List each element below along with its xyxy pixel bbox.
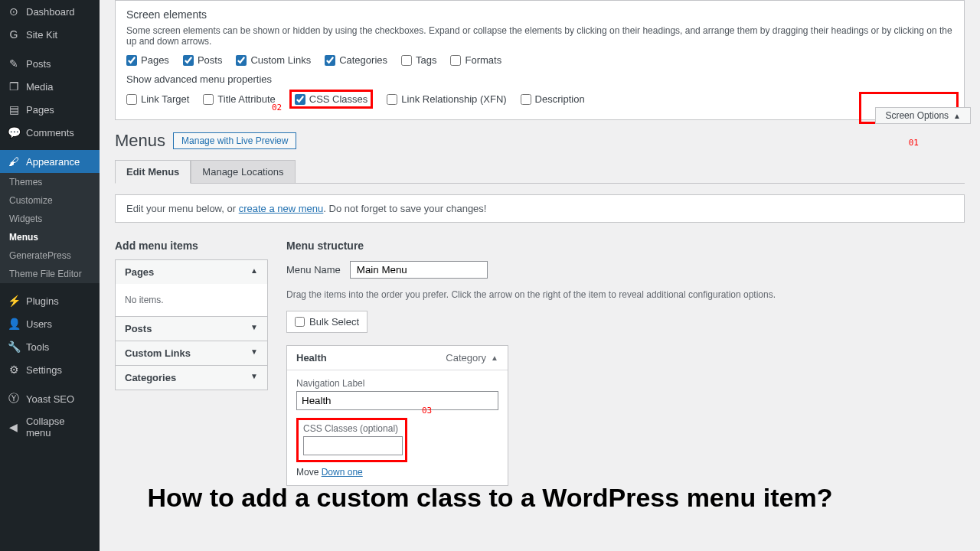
screen-options-label: Screen Options — [885, 110, 949, 121]
sidebar-label: Settings — [26, 364, 62, 376]
sidebar-item-collapse[interactable]: ◀Collapse menu — [0, 410, 100, 444]
tutorial-headline: How to add a custom class to a WordPress… — [0, 483, 980, 513]
tab-manage-locations[interactable]: Manage Locations — [191, 160, 295, 183]
notice-text: . Do not forget to save your changes! — [323, 203, 486, 214]
sidebar-label: Collapse menu — [26, 416, 92, 439]
css-classes-input[interactable] — [303, 436, 403, 455]
tools-icon: 🔧 — [8, 341, 20, 353]
caret-up-icon: ▲ — [250, 266, 258, 278]
chk-label: Link Target — [141, 93, 189, 105]
chk-linkrel[interactable]: Link Relationship (XFN) — [387, 93, 506, 105]
chk-linkrel-input[interactable] — [387, 94, 397, 105]
accordion-categories[interactable]: Categories▼ — [116, 365, 267, 390]
screen-elements-title: Screen elements — [126, 8, 953, 21]
menu-name-input[interactable] — [350, 261, 488, 279]
chk-cssclasses[interactable]: CSS Classes — [295, 93, 368, 105]
chk-customlinks[interactable]: Custom Links — [236, 54, 311, 66]
accordion-label: Posts — [125, 323, 152, 334]
annotation-01: 01 — [909, 138, 919, 148]
nav-label-input[interactable] — [296, 391, 498, 410]
accordion-customlinks[interactable]: Custom Links▼ — [116, 341, 267, 365]
accordion-pages[interactable]: Pages▲ — [116, 260, 267, 284]
sidebar-label: Tools — [26, 341, 49, 353]
caret-up-icon: ▲ — [953, 112, 961, 120]
menu-item-type: Category▲ — [446, 352, 498, 364]
move-label: Move — [296, 467, 318, 478]
sidebar-sub-customize[interactable]: Customize — [0, 191, 100, 210]
chk-tags[interactable]: Tags — [401, 54, 436, 66]
chk-label: Posts — [198, 54, 223, 66]
sidebar-item-appearance[interactable]: 🖌Appearance — [0, 150, 100, 173]
chk-categories[interactable]: Categories — [325, 54, 387, 66]
page-title-row: Menus Manage with Live Preview — [115, 131, 965, 151]
bulk-select-input[interactable] — [295, 317, 305, 327]
tab-edit-menus[interactable]: Edit Menus — [115, 160, 191, 184]
sidebar-item-tools[interactable]: 🔧Tools — [0, 335, 100, 358]
chk-posts[interactable]: Posts — [183, 54, 223, 66]
plugins-icon: ⚡ — [8, 295, 20, 307]
chk-categories-input[interactable] — [325, 55, 335, 66]
screen-options-panel: Screen elements Some screen elements can… — [115, 0, 965, 120]
accordion-pages-body: No items. — [116, 284, 267, 316]
sidebar-item-media[interactable]: ❐Media — [0, 75, 100, 98]
caret-down-icon: ▼ — [250, 323, 258, 334]
chk-formats[interactable]: Formats — [450, 54, 501, 66]
caret-up-icon: ▲ — [491, 354, 498, 362]
chk-label: Categories — [339, 54, 387, 66]
accordion-label: Pages — [125, 266, 154, 278]
chk-pages-input[interactable] — [126, 55, 137, 66]
chk-label: Tags — [416, 54, 436, 66]
menu-structure-column: Menu structure Menu Name Drag the items … — [286, 240, 965, 486]
sidebar-item-sitekit[interactable]: GSite Kit — [0, 23, 100, 46]
comments-icon: 💬 — [8, 126, 20, 139]
chk-label: Title Attribute — [217, 93, 275, 105]
bulk-select[interactable]: Bulk Select — [286, 311, 368, 333]
sidebar-sub-generatepress[interactable]: GeneratePress — [0, 246, 100, 265]
sidebar-item-yoast[interactable]: ⓎYoast SEO — [0, 387, 100, 410]
sidebar-label: Pages — [26, 104, 54, 116]
highlight-css-classes-field: CSS Classes (optional) — [296, 418, 407, 462]
sidebar-sub-menus[interactable]: Menus — [0, 228, 100, 246]
move-row: Move Down one — [296, 467, 498, 478]
chk-titleattr[interactable]: Title Attribute — [203, 93, 275, 105]
chk-description-input[interactable] — [521, 94, 531, 105]
chk-linktarget[interactable]: Link Target — [126, 93, 189, 105]
sidebar-item-comments[interactable]: 💬Comments — [0, 121, 100, 144]
sidebar-sub-widgets[interactable]: Widgets — [0, 210, 100, 228]
sidebar-item-settings[interactable]: ⚙Settings — [0, 358, 100, 381]
manage-live-preview-button[interactable]: Manage with Live Preview — [173, 132, 296, 149]
tabs: Edit Menus Manage Locations — [115, 160, 965, 184]
sidebar-item-dashboard[interactable]: ⊙Dashboard — [0, 0, 100, 23]
add-items-title: Add menu items — [115, 240, 268, 252]
sidebar-label: Posts — [26, 58, 51, 70]
sidebar-item-users[interactable]: 👤Users — [0, 312, 100, 335]
sitekit-icon: G — [8, 28, 20, 41]
screen-options-toggle[interactable]: Screen Options ▲ — [875, 107, 971, 124]
menu-structure-title: Menu structure — [286, 240, 965, 252]
accordion-posts[interactable]: Posts▼ — [116, 316, 267, 341]
notice-text: Edit your menu below, or — [126, 203, 239, 214]
highlight-cssclasses: CSS Classes — [289, 90, 374, 109]
chk-customlinks-input[interactable] — [236, 55, 247, 66]
sidebar-sub-themefileeditor[interactable]: Theme File Editor — [0, 265, 100, 283]
menu-item-header[interactable]: Health Category▲ — [287, 346, 508, 370]
chk-pages[interactable]: Pages — [126, 54, 169, 66]
sidebar-item-pages[interactable]: ▤Pages — [0, 98, 100, 121]
chk-tags-input[interactable] — [401, 55, 412, 66]
caret-down-icon: ▼ — [250, 347, 258, 359]
sidebar-sub-themes[interactable]: Themes — [0, 173, 100, 191]
move-down-link[interactable]: Down one — [322, 467, 363, 478]
chk-formats-input[interactable] — [450, 55, 461, 66]
create-new-menu-link[interactable]: create a new menu — [239, 203, 324, 214]
edit-menu-notice: Edit your menu below, or create a new me… — [115, 194, 965, 223]
sidebar-item-posts[interactable]: ✎Posts — [0, 52, 100, 75]
chk-posts-input[interactable] — [183, 55, 194, 66]
chk-titleattr-input[interactable] — [203, 94, 214, 105]
chk-description[interactable]: Description — [521, 93, 585, 105]
sidebar-item-plugins[interactable]: ⚡Plugins — [0, 289, 100, 312]
chk-linktarget-input[interactable] — [126, 94, 137, 105]
pages-icon: ▤ — [8, 103, 20, 116]
accordion-label: Categories — [125, 372, 176, 383]
menu-item-body: Navigation Label CSS Classes (optional) … — [287, 370, 508, 485]
chk-cssclasses-input[interactable] — [295, 94, 305, 105]
